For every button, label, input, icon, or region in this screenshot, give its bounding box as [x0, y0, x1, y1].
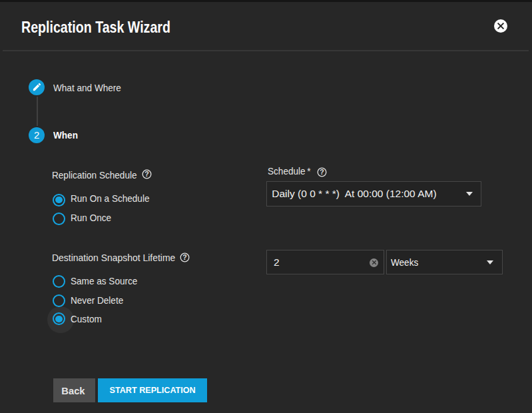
svg-text:?: ?: [145, 170, 149, 178]
svg-text:?: ?: [320, 168, 324, 176]
svg-text:?: ?: [182, 253, 186, 261]
